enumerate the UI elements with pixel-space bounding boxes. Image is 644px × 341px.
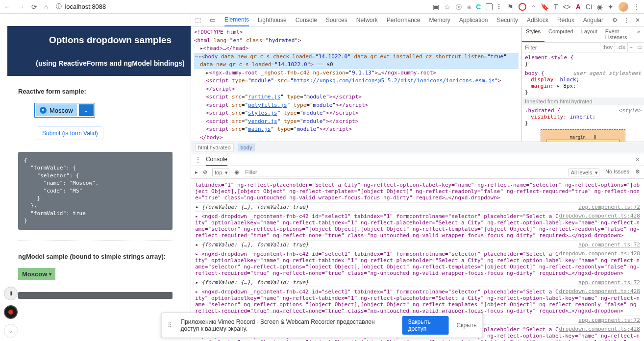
adblock-icon[interactable] (519, 3, 526, 11)
home-button[interactable]: ⌂ (44, 3, 48, 11)
expand-down-button[interactable]: ⌄ (4, 324, 18, 338)
ext-icon-t[interactable]: T (554, 3, 558, 11)
more-icon[interactable]: ▭ (635, 43, 644, 52)
devtools-menu-icon[interactable]: ⋮ (623, 17, 629, 24)
reactive-dropdown[interactable]: ✕ Moscow ⌄ (34, 103, 95, 118)
new-style-button[interactable]: + (627, 43, 635, 52)
tab-security[interactable]: Security (497, 17, 518, 24)
clear-icon[interactable]: ✕ (40, 107, 47, 114)
reload-button[interactable]: ⟳ (31, 3, 37, 11)
computed-tab[interactable]: Computed (545, 26, 577, 42)
ext-icon-code[interactable]: <> (563, 3, 570, 11)
tab-angular[interactable]: Angular (583, 17, 603, 24)
divider (18, 241, 173, 241)
close-drawer-icon[interactable]: ✕ (635, 156, 640, 163)
console-filter-input[interactable] (244, 168, 342, 176)
chevron-down-icon[interactable]: ▾ (49, 271, 51, 277)
devtools-settings-icon[interactable]: ⚙ (612, 17, 618, 24)
ext-icon-1[interactable]: ⦿ (455, 3, 462, 11)
ext-icon-tag[interactable]: 🔖 (541, 3, 549, 11)
crumb-html[interactable]: html.hydrated (195, 144, 234, 151)
ext-icon-5[interactable]: ⚑ (507, 3, 514, 11)
ngmodel-dropdown-value: Moscow (22, 270, 47, 278)
tab-performance[interactable]: Performance (387, 17, 421, 24)
crumb-body[interactable]: body (238, 144, 255, 151)
camera-icon[interactable]: ▣ (433, 3, 439, 11)
devtools-tabs: ⬚ ▭ Elements Lighthouse Console Sources … (191, 14, 644, 26)
ext-icon-house[interactable]: ⌂ (531, 3, 535, 11)
page-header-card: Options dropdown samples (using Reactive… (7, 26, 191, 76)
hov-toggle[interactable]: :hov (600, 43, 615, 52)
context-select[interactable]: top (212, 169, 229, 176)
devtools-close-icon[interactable]: ✕ (635, 17, 640, 24)
section-bar (18, 292, 173, 299)
issues-badge[interactable]: No Issues (605, 169, 629, 176)
ext-icon-3[interactable]: C (476, 3, 481, 11)
drag-handle-icon[interactable]: ⠿ (168, 322, 173, 329)
page-subtitle: (using ReactiveForms and ngModel binding… (22, 59, 191, 67)
clear-console-icon[interactable]: ⊘ (203, 169, 207, 175)
reactive-form-label: Reactive form sample: (18, 88, 183, 95)
screen-share-bar: ⠿ Приложению Vimeo Record - Screen & Web… (161, 313, 483, 338)
tab-lighthouse[interactable]: Lighthouse (258, 17, 287, 24)
extensions-icon[interactable]: ✦ (608, 3, 614, 11)
console-sidebar-icon[interactable]: ▸ (195, 169, 198, 175)
ext-icon-2[interactable]: ⎈ (467, 3, 471, 11)
drawer-menu-icon[interactable]: ⋮ (195, 156, 201, 163)
chevron-down-icon[interactable]: ⌄ (79, 104, 94, 116)
tab-memory[interactable]: Memory (429, 17, 450, 24)
styles-filter-input[interactable] (522, 43, 600, 52)
dom-tree[interactable]: <!DOCTYPE html> <html lang="en" class="h… (191, 26, 521, 142)
address-bar[interactable]: localhost:8088 (65, 3, 106, 10)
page-title: Options dropdown samples (22, 35, 191, 46)
event-listeners-tab[interactable]: Event Listeners (601, 26, 633, 42)
pause-recording-button[interactable]: ⏸ (4, 287, 18, 300)
ext-icon-dot[interactable]: ◉ (597, 3, 603, 11)
style-rules[interactable]: element.style { } user agent stylesheetb… (522, 52, 644, 142)
styles-pane: Styles Computed Layout Event Listeners »… (521, 26, 644, 142)
tab-redux[interactable]: Redux (557, 17, 574, 24)
console-drawer-tab[interactable]: Console (206, 156, 227, 166)
permission-text: Приложению Vimeo Record - Screen & Webca… (181, 318, 395, 332)
stop-sharing-button[interactable]: Закрыть доступ (402, 316, 448, 335)
layout-tab[interactable]: Layout (577, 26, 601, 42)
styles-tab[interactable]: Styles (522, 26, 545, 42)
tab-adblock[interactable]: AdBlock (527, 17, 548, 24)
rendered-page: Options dropdown samples (using Reactive… (0, 14, 191, 341)
ngmodel-dropdown[interactable]: Moscow ▾ (18, 268, 55, 280)
hide-bar-button[interactable]: Скрыть (457, 322, 477, 329)
reactive-dropdown-value: Moscow (50, 107, 73, 114)
site-info-icon[interactable]: ⓘ (56, 2, 62, 11)
breadcrumb[interactable]: html.hydrated body (191, 142, 644, 153)
submit-button[interactable]: Submit (is form Valid) (37, 126, 103, 140)
form-json-output: { "formValue": { "selector": { "name": "… (18, 152, 173, 230)
console-settings-icon[interactable]: ⚙ (635, 169, 640, 176)
log-levels-select[interactable]: All levels (569, 169, 599, 176)
tab-network[interactable]: Network (356, 17, 378, 24)
browser-toolbar: ← → ⟳ ⌂ ⓘ localhost:8088 ▣ ☆ ⦿ ⎈ C ⠇ ⚑ ⌂… (0, 0, 644, 14)
ext-icon-4[interactable]: ⠇ (497, 3, 502, 11)
tab-application[interactable]: Application (459, 17, 488, 24)
more-tabs-icon[interactable]: » (633, 26, 644, 42)
ngmodel-label: ngModel sample (bound to simple strings … (18, 253, 183, 260)
back-button[interactable]: ← (4, 3, 11, 11)
tab-elements[interactable]: Elements (224, 16, 249, 26)
ext-icon-squares[interactable] (486, 3, 493, 10)
devtools-panel: ⬚ ▭ Elements Lighthouse Console Sources … (191, 14, 644, 341)
inspect-icon[interactable]: ⬚ (195, 16, 201, 24)
bookmark-icon[interactable]: ☆ (444, 3, 450, 11)
live-expression-icon[interactable]: ◉ (234, 169, 239, 175)
tab-sources[interactable]: Sources (326, 17, 347, 24)
cls-toggle[interactable]: .cls (615, 43, 627, 52)
profile-avatar[interactable] (619, 2, 628, 12)
chrome-menu-icon[interactable]: ⋮ (633, 3, 640, 11)
ext-icon-ci[interactable]: Ci (586, 3, 592, 11)
angular-icon[interactable]: A (576, 3, 581, 11)
forward-button[interactable]: → (18, 3, 25, 11)
device-toggle-icon[interactable]: ▭ (210, 16, 216, 24)
tab-console[interactable]: Console (296, 17, 317, 24)
record-button[interactable] (4, 305, 18, 319)
box-model: margin 8 border - padding - - 777 × 1570… (525, 129, 641, 142)
